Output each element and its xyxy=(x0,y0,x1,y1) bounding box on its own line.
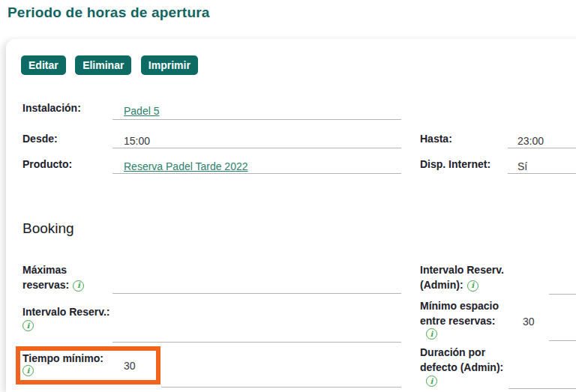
info-icon[interactable]: i xyxy=(22,320,34,331)
field-maximas-reservas-label: Máximas reservas:i xyxy=(22,262,111,292)
field-producto-label: Producto: xyxy=(22,157,72,172)
field-duracion-defecto-underline xyxy=(508,388,576,389)
field-tiempo-minimo-underline xyxy=(161,387,401,388)
field-tiempo-minimo-value: 30 xyxy=(124,360,136,373)
field-intervalo-admin-underline xyxy=(549,294,576,295)
page-title: Periodo de horas de apertura xyxy=(8,4,210,21)
producto-link[interactable]: Reserva Padel Tarde 2022 xyxy=(124,160,248,172)
field-intervalo-admin-label-text: Intervalo Reserv. (Admin): xyxy=(420,264,504,291)
info-icon[interactable]: i xyxy=(22,365,34,376)
field-minimo-espacio-label: Mínimo espacio entre reservas: xyxy=(420,298,516,328)
field-maximas-reservas-label-text: Máximas reservas: xyxy=(22,264,69,291)
field-duracion-defecto-label: Duración por defecto (Admin): xyxy=(420,345,518,375)
field-desde-label: Desde: xyxy=(22,131,58,146)
field-minimo-espacio-value: 30 xyxy=(523,316,535,328)
field-maximas-reservas-underline xyxy=(112,293,401,294)
field-tiempo-minimo-label: Tiempo mínimo: xyxy=(22,351,104,366)
delete-button[interactable]: Eliminar xyxy=(75,55,131,75)
field-instalacion-underline xyxy=(112,119,401,120)
field-desde-underline xyxy=(112,148,401,148)
edit-button[interactable]: Editar xyxy=(21,55,66,75)
field-intervalo-reserv-label: Intervalo Reserv.: xyxy=(22,304,120,319)
info-icon[interactable]: i xyxy=(426,376,437,387)
instalacion-link[interactable]: Padel 5 xyxy=(124,105,159,117)
instalacion-link-wrap: Padel 5 xyxy=(124,105,159,118)
field-intervalo-admin-label: Intervalo Reserv. (Admin):i xyxy=(420,262,516,292)
field-minimo-espacio-underline xyxy=(549,340,576,341)
field-producto-underline xyxy=(112,173,401,174)
toolbar: Editar Eliminar Imprimir xyxy=(21,55,204,75)
info-icon[interactable]: i xyxy=(73,280,84,292)
print-button[interactable]: Imprimir xyxy=(141,55,198,75)
field-hasta-value: 23:00 xyxy=(518,135,544,148)
field-desde-value: 15:00 xyxy=(124,135,150,148)
field-disp-internet-label: Disp. Internet: xyxy=(420,157,490,172)
info-icon[interactable]: i xyxy=(426,328,437,340)
content-panel xyxy=(6,39,576,392)
field-disp-internet-underline xyxy=(508,173,576,174)
info-icon[interactable]: i xyxy=(467,280,478,292)
field-hasta-label: Hasta: xyxy=(420,131,452,146)
field-disp-internet-value: Sí xyxy=(518,160,527,173)
field-intervalo-reserv-underline xyxy=(112,342,401,343)
screen: Periodo de horas de apertura Editar Elim… xyxy=(0,0,576,392)
booking-heading: Booking xyxy=(22,220,74,237)
field-hasta-underline xyxy=(508,148,576,148)
field-instalacion-label: Instalación: xyxy=(22,100,81,115)
producto-link-wrap: Reserva Padel Tarde 2022 xyxy=(124,160,248,173)
